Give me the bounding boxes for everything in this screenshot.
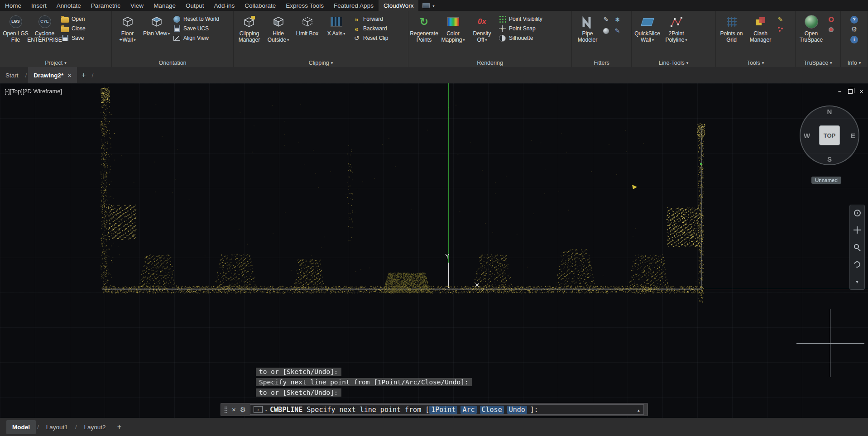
drawing-viewport[interactable]: [-] [Top] [2D Wireframe] N W S E TOP Unn… [0,83,868,418]
pan-button[interactable] [852,225,863,235]
point-visibility-button[interactable]: Point Visibility [499,15,542,23]
fit-pencil-cylinder-button[interactable] [614,27,621,34]
color-mapping-button[interactable]: Color Mapping [439,12,467,57]
zoom-icon [854,244,859,249]
viewcube-east[interactable]: E [851,132,855,139]
backward-button[interactable]: Backward [353,25,388,32]
panel-label-tools[interactable]: Tools [716,58,795,67]
align-view-button[interactable]: Align View [173,34,219,42]
density-off-button[interactable]: 0x Density Off [468,12,496,57]
two-point-polyline-button[interactable]: 2Point Polyline [662,12,691,57]
cyclone-enterprise-button[interactable]: CYE Cyclone ENTERPRISE [30,12,59,57]
workspace-switcher-button[interactable] [418,0,438,11]
minimize-icon[interactable] [838,88,841,95]
about-button[interactable]: i [850,36,858,43]
ribbon-tab-home[interactable]: Home [0,0,26,11]
ribbon-tab-manage[interactable]: Manage [149,0,181,11]
ribbon-tab-featured-apps[interactable]: Featured Apps [329,0,379,11]
plan-view-button[interactable]: Plan View [142,12,171,57]
forward-button[interactable]: Forward [353,15,388,23]
viewcube-south[interactable]: S [827,155,832,163]
ribbon-tab-addins[interactable]: Add-ins [209,0,240,11]
viewport-visual-style-control[interactable]: [2D Wireframe] [23,88,62,95]
close-button[interactable]: Close [61,25,86,32]
tab-layout2[interactable]: Layout2 [78,420,112,434]
ribbon-tab-collaborate[interactable]: Collaborate [240,0,281,11]
steering-wheel-button[interactable] [852,207,863,218]
panel-label-clipping[interactable]: Clipping [234,58,408,67]
points-on-grid-button[interactable]: Points on Grid [717,12,746,57]
limit-box-button[interactable]: Limit Box [293,12,321,57]
command-history-expand-icon[interactable] [637,406,640,414]
open-truspace-button[interactable]: Open TruSpace [797,12,825,57]
command-option-1point[interactable]: 1Point [429,406,457,414]
command-option-undo[interactable]: Undo [507,406,527,414]
wrench-icon[interactable] [240,406,246,414]
clipping-manager-button[interactable]: Clipping Manager [235,12,264,57]
clash-manager-button[interactable]: Clash Manager [746,12,775,57]
ribbon-tab-cloudworx[interactable]: CloudWorx [379,0,419,11]
viewport-view-control[interactable]: [Top] [10,88,23,95]
ribbon-tab-parametric[interactable]: Parametric [86,0,125,11]
close-icon[interactable] [232,406,236,414]
ribbon-tab-view[interactable]: View [125,0,149,11]
viewcube-north[interactable]: N [827,108,832,115]
save-button[interactable]: Save [61,34,86,42]
save-ucs-button[interactable]: Save UCS [173,25,219,32]
settings-button[interactable] [850,26,858,33]
reset-to-world-button[interactable]: Reset to World [173,15,219,23]
panel-label-info[interactable]: Info [841,58,868,67]
viewcube-top-face[interactable]: TOP [819,125,840,145]
ribbon-tab-output[interactable]: Output [181,0,209,11]
close-icon[interactable] [859,87,863,95]
fit-sphere-button[interactable] [602,27,610,34]
viewport-minimize-control[interactable]: [-] [5,88,10,95]
file-tab-start[interactable]: Start [0,67,24,83]
point-snap-button[interactable]: Point Snap [499,25,542,32]
x-axis-button[interactable]: X Axis [322,12,350,57]
tab-layout1[interactable]: Layout1 [40,420,74,434]
chevron-down-icon [133,37,135,43]
panel-label-line-tools[interactable]: Line-Tools [632,58,715,67]
ribbon-tab-annotate[interactable]: Annotate [52,0,86,11]
chevron-down-icon [858,60,861,66]
panel-label-truspace[interactable]: TruSpace [796,58,840,67]
hide-outside-button[interactable]: Hide Outside [264,12,293,57]
open-button[interactable]: Open [61,15,86,23]
panel-label-project[interactable]: Project [0,58,111,67]
floor-wall-button[interactable]: Floor +Wall [113,12,142,57]
close-icon[interactable] [67,72,72,79]
recent-commands-icon[interactable] [254,406,263,413]
orbit-button[interactable] [852,259,863,270]
regenerate-points-button[interactable]: Regenerate Points [410,12,438,57]
quickslice-wall-button[interactable]: QuickSlice Wall [633,12,662,57]
ribbon-tab-express-tools[interactable]: Express Tools [281,0,329,11]
reset-clip-button[interactable]: Reset Clip [353,34,388,42]
fit-snowflake-button[interactable] [614,16,621,23]
tools-points-button[interactable] [777,26,784,33]
command-option-close[interactable]: Close [480,406,504,414]
navbar-more-button[interactable] [852,276,863,287]
open-lgs-file-button[interactable]: LGS Open LGS File [1,12,30,57]
tab-model[interactable]: Model [6,420,36,434]
new-drawing-button[interactable] [77,67,90,83]
viewcube[interactable]: N W S E TOP [800,105,859,165]
viewcube-west[interactable]: W [804,132,810,139]
truspace-dot-button[interactable] [827,26,835,33]
chevron-down-icon[interactable] [264,406,267,414]
silhouette-button[interactable]: Silhouette [499,34,542,42]
help-button[interactable]: ? [850,16,858,23]
restore-icon[interactable] [848,89,853,94]
file-tab-drawing2[interactable]: Drawing2* [28,67,77,83]
tools-pencil-button[interactable] [777,16,784,23]
command-input[interactable]: CWBPLINE Specify next line point from [1… [250,404,644,415]
new-layout-button[interactable] [112,423,127,431]
pipe-modeler-button[interactable]: Pipe Modeler [573,12,602,57]
red-points-icon [777,26,784,33]
ribbon-tab-insert[interactable]: Insert [26,0,52,11]
zoom-button[interactable] [852,242,863,253]
drag-handle-icon[interactable] [225,406,228,413]
command-option-arc[interactable]: Arc [460,406,476,414]
truspace-ring-button[interactable] [827,16,835,23]
fit-pencil-button[interactable] [602,16,610,23]
